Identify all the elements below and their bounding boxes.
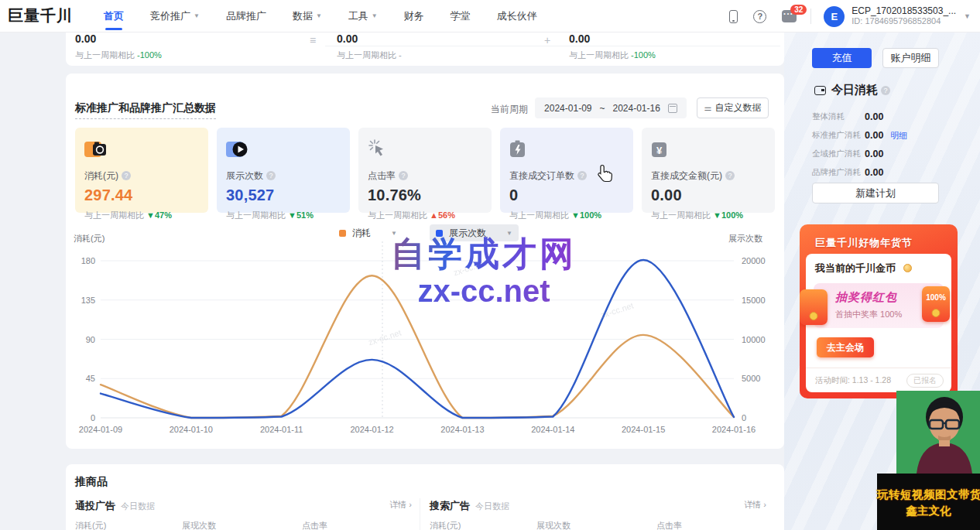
- ad-section-sub: 今日数据: [475, 501, 509, 511]
- coin-label: 我当前的千川金币: [815, 262, 896, 274]
- info-icon[interactable]: ?: [122, 171, 131, 180]
- consume-label: 标准推广消耗: [812, 130, 863, 141]
- nav-item-数据[interactable]: 数据▼: [293, 0, 322, 32]
- left-axis-tick: 0: [66, 413, 95, 422]
- info-icon[interactable]: ?: [881, 86, 890, 95]
- stat-card-消耗(元)[interactable]: 消耗(元)?297.44与上一周期相比 ▼47%: [75, 128, 208, 213]
- ad-section-搜索广告: 搜索广告今日数据详情 ›消耗(元)展现次数点击率: [430, 498, 766, 530]
- messages-button[interactable]: 32: [782, 10, 797, 22]
- detail-link[interactable]: 明细: [890, 130, 907, 142]
- new-plan-button[interactable]: 新建计划: [812, 183, 939, 203]
- stat-card-直接成交订单数[interactable]: 直接成交订单数?0与上一周期相比 ▼100%: [500, 128, 633, 213]
- video-play-icon: [226, 138, 341, 163]
- summary-card: 标准推广和品牌推广汇总数据 当前周期 2024-01-09 ~ 2024-01-…: [66, 74, 784, 449]
- info-icon[interactable]: ?: [399, 171, 408, 180]
- wallet-icon: [814, 86, 826, 95]
- stat-compare: 与上一周期相比 ▼100%: [509, 210, 624, 221]
- column-header: 消耗(元): [75, 520, 106, 530]
- red-envelope-icon: [800, 289, 828, 325]
- plus-icon[interactable]: +: [544, 34, 550, 46]
- compare-prefix: 与上一周期相比: [75, 50, 137, 60]
- account-info[interactable]: ECP_1702018533503_... ID: 17846957968528…: [852, 6, 956, 26]
- details-link[interactable]: 详情 ›: [744, 499, 766, 511]
- nav-item-成长伙伴[interactable]: 成长伙伴: [497, 0, 537, 32]
- caption-line1: 玩转短视频图文带货: [877, 487, 980, 502]
- envelope-percent: 100%: [922, 293, 950, 302]
- promo-title: 巨量千川好物年货节: [815, 236, 913, 250]
- compare-delta: -100%: [631, 50, 656, 60]
- menu-icon[interactable]: ≡: [310, 34, 316, 46]
- help-icon[interactable]: ?: [753, 10, 766, 23]
- recharge-button[interactable]: 充值: [812, 48, 872, 68]
- left-axis-tick: 135: [66, 296, 95, 305]
- ad-section-sub: 今日数据: [121, 501, 155, 511]
- promo-inner-card: 我当前的千川金币 抽奖得红包 首抽中奖率 100% 100% 去主会场 活动时间…: [806, 254, 951, 392]
- stat-label: 点击率?: [368, 169, 482, 183]
- stat-compare: 与上一周期相比 ▼100%: [651, 210, 766, 221]
- presenter-video: [896, 391, 980, 474]
- stat-label: 消耗(元)?: [84, 169, 199, 183]
- gold-coin-icon: [903, 264, 912, 272]
- metric-compare: 与上一周期相比 -: [337, 50, 402, 61]
- stat-value: 297.44: [84, 186, 199, 204]
- ad-section-name: 搜索广告: [430, 500, 470, 511]
- compare-delta: ▼47%: [146, 210, 172, 220]
- stat-label-text: 消耗(元): [84, 170, 118, 181]
- promo-banner[interactable]: 巨量千川好物年货节 我当前的千川金币 抽奖得红包 首抽中奖率 100% 100%…: [800, 224, 958, 398]
- app-logo: 巨量千川: [8, 5, 73, 26]
- nav-item-竞价推广[interactable]: 竞价推广▼: [150, 0, 200, 32]
- avatar[interactable]: E: [824, 6, 845, 27]
- stat-card-点击率[interactable]: 点击率?10.76%与上一周期相比 ▲56%: [358, 128, 492, 213]
- stat-compare: 与上一周期相比 ▲56%: [368, 210, 482, 221]
- date-range-picker[interactable]: 2024-01-09 ~ 2024-01-16: [535, 97, 687, 118]
- column-header: 点击率: [302, 520, 327, 530]
- consume-value: 0.00: [865, 111, 883, 122]
- right-axis-tick: 5000: [742, 374, 760, 383]
- compare-delta: ▼100%: [571, 210, 601, 220]
- chart-canvas[interactable]: [85, 232, 766, 426]
- mobile-app-icon[interactable]: [729, 10, 738, 23]
- stat-card-直接成交金额(元)[interactable]: ¥直接成交金额(元)?0.00与上一周期相比 ▼100%: [642, 128, 775, 213]
- nav-item-label: 学堂: [451, 9, 471, 23]
- metric-compare: 与上一周期相比 -100%: [75, 50, 162, 61]
- custom-data-button[interactable]: ⚌ 自定义数据: [697, 97, 769, 118]
- chevron-down-icon: ▼: [194, 12, 200, 19]
- click-icon: [368, 138, 482, 163]
- compare-prefix: 与上一周期相比: [509, 210, 571, 220]
- nav-item-label: 成长伙伴: [497, 9, 537, 23]
- stat-label: 直接成交金额(元)?: [651, 169, 766, 183]
- right-axis-tick: 15000: [742, 296, 766, 305]
- nav-item-首页[interactable]: 首页: [104, 0, 124, 32]
- stat-label: 展示次数?: [226, 169, 341, 183]
- go-main-venue-button[interactable]: 去主会场: [817, 337, 874, 357]
- nav-item-财务[interactable]: 财务: [404, 0, 424, 32]
- account-detail-button[interactable]: 账户明细: [882, 48, 939, 68]
- registered-badge: 已报名: [906, 374, 944, 388]
- left-axis-tick: 180: [66, 256, 95, 265]
- chevron-down-icon[interactable]: ▼: [964, 12, 971, 20]
- metric-group: 0.00与上一周期相比 -: [337, 32, 402, 61]
- info-icon[interactable]: ?: [266, 171, 276, 180]
- consume-row: 标准推广消耗0.00明细: [812, 126, 944, 145]
- stat-value: 0: [509, 186, 624, 204]
- details-link[interactable]: 详情 ›: [389, 499, 412, 511]
- compare-delta: -100%: [137, 50, 162, 60]
- red-envelope-icon: 100%: [922, 286, 950, 322]
- consume-row: 整体消耗0.00: [812, 108, 944, 126]
- scrolled-metrics-strip: 0.00与上一周期相比 -100%0.00与上一周期相比 -0.00与上一周期相…: [66, 29, 784, 66]
- nav-item-品牌推广[interactable]: 品牌推广: [226, 0, 266, 32]
- x-axis-tick: 2024-01-14: [518, 425, 588, 434]
- today-consume-title: 今日消耗: [831, 83, 878, 97]
- consume-label: 整体消耗: [812, 111, 863, 122]
- info-icon[interactable]: ?: [725, 171, 735, 180]
- presenter-illustration: [896, 391, 980, 474]
- consume-value: 0.00: [865, 149, 883, 159]
- consume-value: 0.00: [865, 167, 883, 178]
- nav-item-工具[interactable]: 工具▼: [348, 0, 378, 32]
- metric-group: 0.00与上一周期相比 -100%: [569, 32, 656, 61]
- stat-card-展示次数[interactable]: 展示次数?30,527与上一周期相比 ▼51%: [217, 128, 350, 213]
- compare-prefix: 与上一周期相比 -: [337, 50, 402, 60]
- nav-item-学堂[interactable]: 学堂: [451, 0, 471, 32]
- top-nav: 巨量千川 首页竞价推广▼品牌推广数据▼工具▼财务学堂成长伙伴 ? 32 E EC…: [0, 0, 980, 32]
- info-icon[interactable]: ?: [577, 171, 587, 180]
